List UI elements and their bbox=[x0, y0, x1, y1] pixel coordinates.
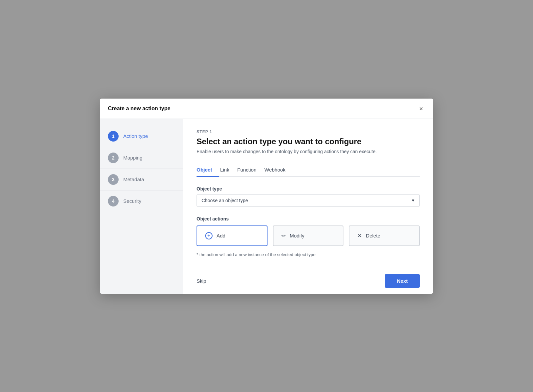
main-content: STEP 1 Select an action type you want to… bbox=[183, 119, 433, 294]
step-label-2: Mapping bbox=[123, 155, 143, 161]
content-area: STEP 1 Select an action type you want to… bbox=[183, 119, 433, 268]
content-description: Enable users to make changes to the onto… bbox=[197, 149, 420, 154]
tab-link[interactable]: Link bbox=[219, 164, 236, 177]
object-type-select-wrapper: Choose an object type ▼ bbox=[197, 194, 420, 207]
step-circle-2: 2 bbox=[108, 153, 119, 163]
object-type-label: Object type bbox=[197, 186, 420, 192]
sidebar-item-action-type[interactable]: 1Action type bbox=[100, 126, 183, 147]
action-note: * the action will add a new instance of … bbox=[197, 252, 420, 257]
tabs: Object Link Function Webhook bbox=[197, 164, 420, 177]
step-label-1: Action type bbox=[123, 133, 148, 139]
sidebar-item-metadata[interactable]: 3Metadata bbox=[100, 169, 183, 191]
tab-object[interactable]: Object bbox=[197, 164, 219, 177]
add-action-button[interactable]: + Add bbox=[197, 225, 267, 246]
step-indicator: STEP 1 bbox=[197, 130, 420, 134]
modal: Create a new action type × 1Action type2… bbox=[100, 99, 433, 294]
add-circle-icon: + bbox=[205, 232, 213, 239]
object-actions-label: Object actions bbox=[197, 216, 420, 221]
delete-action-button[interactable]: ✕ Delete bbox=[349, 225, 420, 246]
modal-footer: Skip Next bbox=[183, 268, 433, 294]
close-button[interactable]: × bbox=[417, 105, 425, 113]
step-label-3: Metadata bbox=[123, 177, 144, 182]
skip-button[interactable]: Skip bbox=[197, 278, 206, 284]
modify-action-button[interactable]: ✏ Modify bbox=[273, 225, 344, 246]
content-title: Select an action type you want to config… bbox=[197, 137, 420, 146]
modify-action-label: Modify bbox=[290, 233, 304, 238]
step-circle-3: 3 bbox=[108, 174, 119, 185]
modal-body: 1Action type2Mapping3Metadata4Security S… bbox=[100, 119, 433, 294]
modal-header: Create a new action type × bbox=[100, 99, 433, 119]
add-action-label: Add bbox=[217, 233, 226, 238]
tab-webhook[interactable]: Webhook bbox=[263, 164, 292, 177]
object-type-select[interactable]: Choose an object type bbox=[197, 194, 420, 207]
modal-title: Create a new action type bbox=[108, 106, 171, 112]
step-label-4: Security bbox=[123, 198, 141, 204]
sidebar-item-mapping[interactable]: 2Mapping bbox=[100, 147, 183, 169]
step-circle-1: 1 bbox=[108, 131, 119, 142]
sidebar-item-security[interactable]: 4Security bbox=[100, 191, 183, 212]
tab-function[interactable]: Function bbox=[236, 164, 263, 177]
pencil-icon: ✏ bbox=[281, 233, 286, 239]
x-icon: ✕ bbox=[357, 232, 362, 239]
action-buttons: + Add ✏ Modify ✕ Delete bbox=[197, 225, 420, 246]
step-circle-4: 4 bbox=[108, 196, 119, 206]
delete-action-label: Delete bbox=[366, 233, 380, 238]
sidebar: 1Action type2Mapping3Metadata4Security bbox=[100, 119, 183, 294]
next-button[interactable]: Next bbox=[385, 274, 420, 288]
